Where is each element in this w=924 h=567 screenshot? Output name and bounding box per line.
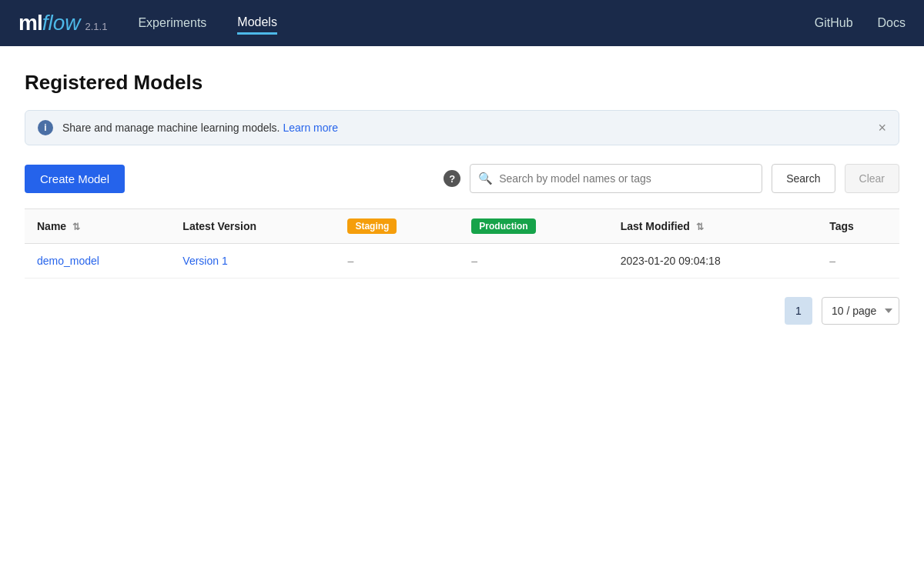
nav-docs[interactable]: Docs (878, 13, 906, 33)
info-banner: i Share and manage machine learning mode… (25, 110, 899, 145)
per-page-select[interactable]: 10 / page 25 / page 50 / page (822, 297, 899, 325)
cell-staging: – (335, 244, 459, 278)
page-1-button[interactable]: 1 (785, 297, 812, 325)
cell-version: Version 1 (170, 244, 335, 278)
info-icon: i (38, 120, 53, 135)
production-value: – (471, 255, 477, 267)
version-link[interactable]: Version 1 (182, 255, 227, 267)
pagination: 1 10 / page 25 / page 50 / page (25, 297, 899, 325)
cell-name: demo_model (25, 244, 170, 278)
production-badge-header: Production (471, 218, 535, 234)
logo-ml: ml (18, 11, 42, 35)
clear-button[interactable]: Clear (845, 164, 899, 193)
search-input[interactable] (499, 172, 754, 185)
navbar: mlflow 2.1.1 Experiments Models GitHub D… (0, 0, 924, 46)
search-wrapper: 🔍 (470, 164, 762, 193)
page-title: Registered Models (25, 71, 899, 95)
nav-models[interactable]: Models (237, 12, 277, 35)
staging-badge-header: Staging (347, 218, 397, 234)
cell-last-modified: 2023-01-20 09:04:18 (608, 244, 818, 278)
banner-text-static: Share and manage machine learning models… (62, 122, 280, 134)
col-staging: Staging (335, 209, 459, 244)
navbar-left: mlflow 2.1.1 Experiments Models (18, 11, 277, 35)
nav-experiments[interactable]: Experiments (138, 13, 206, 33)
learn-more-link[interactable]: Learn more (283, 122, 338, 134)
col-production: Production (459, 209, 608, 244)
create-model-button[interactable]: Create Model (25, 165, 125, 193)
logo-version: 2.1.1 (85, 21, 107, 32)
col-last-modified[interactable]: Last Modified ⇅ (608, 209, 818, 244)
banner-close-button[interactable]: × (878, 121, 886, 135)
last-modified-value: 2023-01-20 09:04:18 (621, 255, 721, 267)
logo-flow: flow (42, 11, 81, 35)
banner-text: Share and manage machine learning models… (62, 122, 338, 134)
main-content: Registered Models i Share and manage mac… (0, 46, 924, 349)
cell-tags: – (817, 244, 899, 278)
models-table: Name ⇅ Latest Version Staging Production… (25, 208, 899, 278)
tags-value: – (829, 255, 835, 267)
table-row: demo_model Version 1 – – 2023-01-20 09:0… (25, 244, 899, 278)
sort-modified-icon: ⇅ (696, 222, 704, 232)
search-icon: 🔍 (478, 172, 493, 185)
search-button[interactable]: Search (772, 164, 835, 193)
toolbar: Create Model ? 🔍 Search Clear (25, 164, 899, 193)
col-latest-version: Latest Version (170, 209, 335, 244)
table-header: Name ⇅ Latest Version Staging Production… (25, 209, 899, 244)
col-name[interactable]: Name ⇅ (25, 209, 170, 244)
nav-github[interactable]: GitHub (815, 13, 853, 33)
col-tags: Tags (817, 209, 899, 244)
table-body: demo_model Version 1 – – 2023-01-20 09:0… (25, 244, 899, 278)
staging-value: – (347, 255, 353, 267)
cell-production: – (459, 244, 608, 278)
help-icon[interactable]: ? (444, 170, 460, 187)
navbar-right: GitHub Docs (815, 13, 906, 33)
sort-name-icon: ⇅ (72, 222, 80, 232)
model-name-link[interactable]: demo_model (37, 255, 99, 267)
logo: mlflow 2.1.1 (18, 11, 107, 35)
